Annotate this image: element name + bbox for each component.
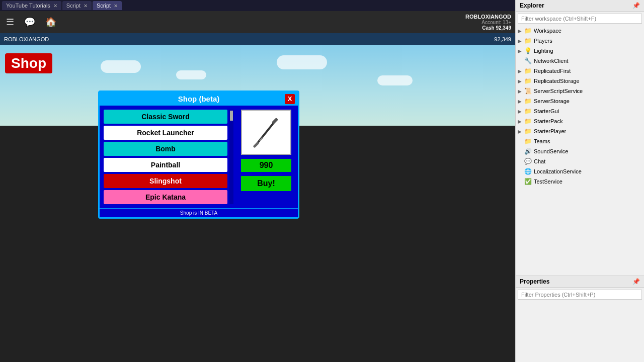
svg-line-2 (255, 143, 258, 146)
properties-title: Properties (520, 278, 549, 285)
serverstorage-icon: 📁 (524, 97, 532, 105)
properties-header: Properties 📌 (516, 276, 644, 288)
networkclient-icon: 🔧 (524, 57, 532, 65)
workspace-label: Workspace (534, 28, 561, 34)
sidebar: Explorer 📌 ▶ 📁 Workspace ▶ 📁 Players ▶ 💡… (515, 0, 644, 362)
explorer-title: Explorer (520, 2, 544, 9)
shop-item-rocket-launcher[interactable]: Rocket Launcher (104, 126, 227, 140)
shop-content: Classic Sword Rocket Launcher Bomb Paint… (100, 106, 298, 208)
tab-bar: YouTube Tutorials ✕ Script ✕ Script ✕ (0, 0, 515, 11)
tree-item-startergui[interactable]: ▶ 📁 StarterGui (516, 106, 644, 116)
replicatedfirst-label: ReplicatedFirst (534, 68, 571, 74)
shop-label: Shop (5, 53, 52, 73)
item-price: 990 (241, 159, 291, 172)
replicatedstorage-icon: 📁 (524, 77, 532, 85)
players-icon: 📁 (524, 37, 532, 45)
properties-pin-icon: 📌 (632, 278, 640, 285)
tab-close-youtube[interactable]: ✕ (53, 3, 57, 9)
tab-close-script2[interactable]: ✕ (114, 3, 118, 9)
sword-icon (249, 115, 284, 150)
tree-item-serverscriptservice[interactable]: ▶ 📜 ServerScriptService (516, 86, 644, 96)
tab-close-script1[interactable]: ✕ (84, 3, 88, 9)
serverstorage-label: ServerStorage (534, 98, 570, 104)
localizationservice-icon: 🌐 (524, 167, 532, 175)
filter-properties-input[interactable] (518, 290, 642, 300)
shop-item-slingshot[interactable]: Slingshot (104, 174, 227, 188)
shop-item-list: Classic Sword Rocket Launcher Bomb Paint… (104, 110, 227, 204)
cash-text: Cash (482, 25, 494, 31)
filter-workspace-input[interactable] (518, 14, 642, 24)
chat-icon: 💬 (524, 157, 532, 165)
testservice-label: TestService (534, 178, 562, 185)
testservice-icon: ✅ (524, 177, 532, 186)
username-label: ROBLOXIANGOD (465, 14, 511, 20)
lb-player-name: ROBLOXIANGOD (0, 36, 490, 42)
startergui-label: StarterGui (534, 108, 559, 114)
startergui-icon: 📁 (524, 107, 532, 115)
tree-item-networkclient[interactable]: 🔧 NetworkClient (516, 56, 644, 66)
cloud (277, 55, 327, 69)
svg-line-1 (274, 120, 276, 122)
hamburger-button[interactable]: ☰ (4, 15, 16, 30)
workspace-icon: 📁 (524, 27, 532, 35)
explorer-pin-icon: 📌 (632, 2, 640, 9)
replicatedfirst-icon: 📁 (524, 67, 532, 75)
shop-item-bomb[interactable]: Bomb (104, 142, 227, 156)
tree-item-replicatedfirst[interactable]: ▶ 📁 ReplicatedFirst (516, 66, 644, 76)
serverscriptservice-icon: 📜 (524, 87, 532, 95)
chat-button[interactable]: 💬 (22, 15, 37, 30)
replicatedstorage-label: ReplicatedStorage (534, 78, 580, 84)
shop-footer: Shop is IN BETA (100, 208, 298, 217)
tree-item-testservice[interactable]: ✅ TestService (516, 176, 644, 187)
shop-close-button[interactable]: X (285, 94, 295, 104)
lighting-icon: 💡 (524, 47, 532, 55)
shop-item-classic-sword[interactable]: Classic Sword (104, 110, 227, 124)
svg-line-3 (260, 138, 263, 141)
cloud (176, 70, 206, 79)
home-button[interactable]: 🏠 (43, 15, 58, 30)
shop-dialog: Shop (beta) X Classic Sword Rocket Launc… (98, 90, 299, 219)
tab-label: YouTube Tutorials (6, 3, 50, 9)
item-preview (241, 110, 291, 155)
shop-item-paintball[interactable]: Paintball (104, 158, 227, 172)
cloud (377, 75, 413, 85)
leaderboard-bar: ROBLOXIANGOD 92,349 (0, 33, 515, 45)
networkclient-label: NetworkClient (534, 58, 568, 64)
starterplayer-icon: 📁 (524, 127, 532, 135)
tree-item-lighting[interactable]: ▶ 💡 Lighting (516, 46, 644, 56)
lighting-label: Lighting (534, 48, 553, 54)
localizationservice-label: LocalizationService (534, 168, 582, 174)
tree-item-players[interactable]: ▶ 📁 Players (516, 36, 644, 46)
tree-item-serverstorage[interactable]: ▶ 📁 ServerStorage (516, 96, 644, 106)
tree-item-soundservice[interactable]: 🔊 SoundService (516, 146, 644, 156)
tree-item-workspace[interactable]: ▶ 📁 Workspace (516, 26, 644, 36)
tab-script-2[interactable]: Script ✕ (93, 1, 122, 10)
tree-item-starterpack[interactable]: ▶ 📁 StarterPack (516, 116, 644, 126)
tab-youtube-tutorials[interactable]: YouTube Tutorials ✕ (2, 1, 61, 10)
teams-icon: 📁 (524, 137, 532, 145)
shop-right-panel: 990 Buy! (238, 110, 294, 204)
starterpack-icon: 📁 (524, 117, 532, 125)
shop-item-epic-katana[interactable]: Epic Katana (104, 190, 227, 204)
cloud (101, 60, 141, 73)
chat-label: Chat (534, 158, 545, 164)
cash-label: Cash 92,349 (465, 25, 511, 31)
tree-item-teams[interactable]: 📁 Teams (516, 136, 644, 146)
cash-value: 92,349 (496, 25, 511, 31)
explorer-tree: ▶ 📁 Workspace ▶ 📁 Players ▶ 💡 Lighting 🔧… (516, 26, 644, 276)
shop-list-area: Classic Sword Rocket Launcher Bomb Paint… (104, 110, 234, 204)
shop-title-bar: Shop (beta) X (100, 92, 298, 106)
starterplayer-label: StarterPlayer (534, 128, 566, 134)
serverscriptservice-label: ServerScriptService (534, 88, 583, 94)
shop-scrollbar[interactable] (229, 110, 233, 204)
tree-item-localizationservice[interactable]: 🌐 LocalizationService (516, 166, 644, 176)
tree-item-starterplayer[interactable]: ▶ 📁 StarterPlayer (516, 126, 644, 136)
soundservice-label: SoundService (534, 148, 569, 154)
soundservice-icon: 🔊 (524, 147, 532, 155)
account-label: Account: 13+ (465, 20, 511, 25)
tree-item-chat[interactable]: 💬 Chat (516, 156, 644, 166)
tree-item-replicatedstorage[interactable]: ▶ 📁 ReplicatedStorage (516, 76, 644, 86)
tab-label: Script (66, 3, 80, 9)
buy-button[interactable]: Buy! (241, 176, 291, 191)
tab-script-1[interactable]: Script ✕ (62, 1, 92, 10)
